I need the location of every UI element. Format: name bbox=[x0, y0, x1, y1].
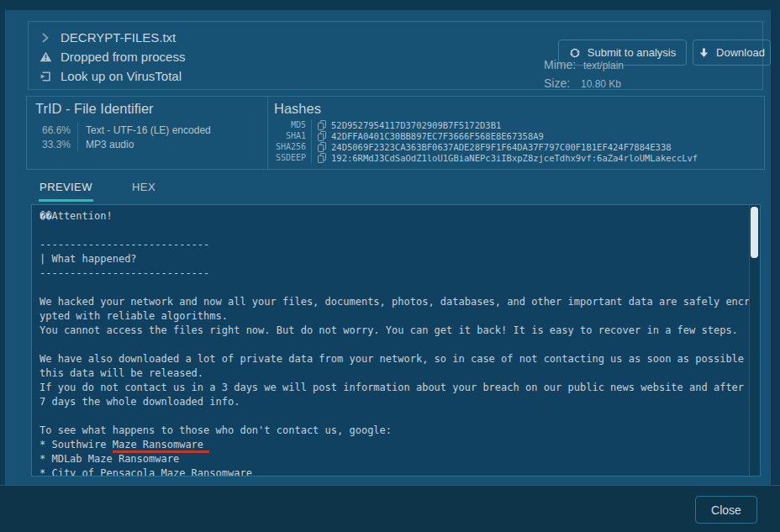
hash-value: 42DFFA0401C30BB897EC7F3666F568E8E67358A9 bbox=[331, 131, 544, 141]
page: DECRYPT-FILES.txt Dropped from process L… bbox=[0, 0, 780, 532]
trid-filetype: Text - UTF-16 (LE) encoded bbox=[78, 124, 211, 136]
virustotal-icon bbox=[39, 71, 52, 82]
copy-icon[interactable] bbox=[318, 131, 326, 141]
submit-label: Submit to analysis bbox=[588, 46, 677, 59]
hash-row-sha256: SHA256 24D5069F2323CA363BF0637ADE28F9F1F… bbox=[274, 141, 698, 152]
preview-scrollbar-thumb[interactable] bbox=[751, 207, 758, 258]
copy-icon[interactable] bbox=[318, 120, 326, 130]
hash-label: SSDEEP bbox=[274, 153, 311, 162]
trid-table: 66.6% Text - UTF-16 (LE) encoded 33.3% M… bbox=[35, 123, 211, 151]
filename-label: DECRYPT-FILES.txt bbox=[61, 30, 176, 45]
file-info-rows: DECRYPT-FILES.txt Dropped from process L… bbox=[39, 28, 185, 86]
trid-row: 33.3% MP3 audio bbox=[35, 137, 211, 151]
trid-filetype: MP3 audio bbox=[78, 139, 134, 150]
file-detail-modal: DECRYPT-FILES.txt Dropped from process L… bbox=[5, 10, 771, 532]
virustotal-label: Look up on VirusTotal bbox=[61, 69, 182, 83]
download-button[interactable]: Download bbox=[693, 40, 771, 66]
filename-row[interactable]: DECRYPT-FILES.txt bbox=[39, 28, 185, 47]
hash-row-sha1: SHA1 42DFFA0401C30BB897EC7F3666F568E8E67… bbox=[274, 130, 698, 141]
mime-label: Mime: bbox=[544, 58, 576, 71]
close-button[interactable]: Close bbox=[695, 496, 757, 524]
trid-percent: 33.3% bbox=[35, 139, 77, 150]
identification-panel: TrID - File Identifier 66.6% Text - UTF-… bbox=[26, 96, 765, 170]
hash-value: 24D5069F2323CA363BF0637ADE28F9F1F64DA37F… bbox=[331, 142, 672, 152]
ransom-note-text: ��Attention! ---------------------------… bbox=[40, 209, 752, 477]
trid-row: 66.6% Text - UTF-16 (LE) encoded bbox=[35, 123, 211, 137]
copy-icon[interactable] bbox=[318, 153, 326, 163]
hash-row-md5: MD5 52D9527954117D3702909B7F5172D3B1 bbox=[274, 119, 698, 130]
divider bbox=[311, 119, 312, 130]
dropped-row: Dropped from process bbox=[39, 47, 185, 66]
divider bbox=[311, 141, 312, 152]
virustotal-row[interactable]: Look up on VirusTotal bbox=[39, 66, 185, 86]
hash-value: 52D9527954117D3702909B7F5172D3B1 bbox=[331, 120, 501, 130]
hash-label: SHA256 bbox=[274, 142, 311, 151]
hashes-title: Hashes bbox=[274, 101, 321, 117]
panel-divider bbox=[267, 97, 268, 169]
note-text-highlighted: Maze Ransomware bbox=[113, 439, 210, 453]
dropped-label: Dropped from process bbox=[61, 50, 185, 64]
hash-value: 192:6RMdJ3CdSaOdZ1loU1GBiaNEPc3iIBxpZ8zj… bbox=[331, 153, 698, 163]
file-header-panel: DECRYPT-FILES.txt Dropped from process L… bbox=[28, 21, 763, 90]
copy-icon[interactable] bbox=[318, 142, 326, 152]
trid-percent: 66.6% bbox=[35, 124, 77, 136]
hash-label: SHA1 bbox=[274, 131, 311, 140]
note-text-after: * MDLab Maze Ransomware * City of Pensac… bbox=[40, 453, 252, 477]
download-label: Download bbox=[716, 46, 765, 59]
tab-hex[interactable]: HEX bbox=[123, 181, 165, 199]
divider bbox=[311, 130, 312, 141]
refresh-icon bbox=[569, 47, 581, 59]
size-label: Size: bbox=[544, 76, 570, 90]
mime-value: text/plain bbox=[583, 60, 624, 71]
hash-row-ssdeep: SSDEEP 192:6RMdJ3CdSaOdZ1loU1GBiaNEPc3iI… bbox=[274, 152, 698, 163]
warning-icon bbox=[39, 51, 52, 62]
hashes-table: MD5 52D9527954117D3702909B7F5172D3B1 SHA… bbox=[274, 119, 698, 163]
file-preview-box: ��Attention! ---------------------------… bbox=[31, 204, 761, 477]
divider bbox=[311, 152, 312, 163]
note-text-before: ��Attention! ---------------------------… bbox=[40, 210, 750, 450]
hash-label: MD5 bbox=[274, 120, 311, 129]
modal-footer: Close bbox=[0, 485, 780, 532]
preview-scrollbar-track[interactable] bbox=[749, 205, 760, 476]
size-value: 10.80 Kb bbox=[581, 78, 621, 90]
trid-title: TrID - File Identifier bbox=[35, 101, 154, 117]
download-icon bbox=[698, 47, 709, 59]
tab-preview[interactable]: PREVIEW bbox=[39, 181, 93, 202]
chevron-right-icon bbox=[39, 32, 52, 44]
